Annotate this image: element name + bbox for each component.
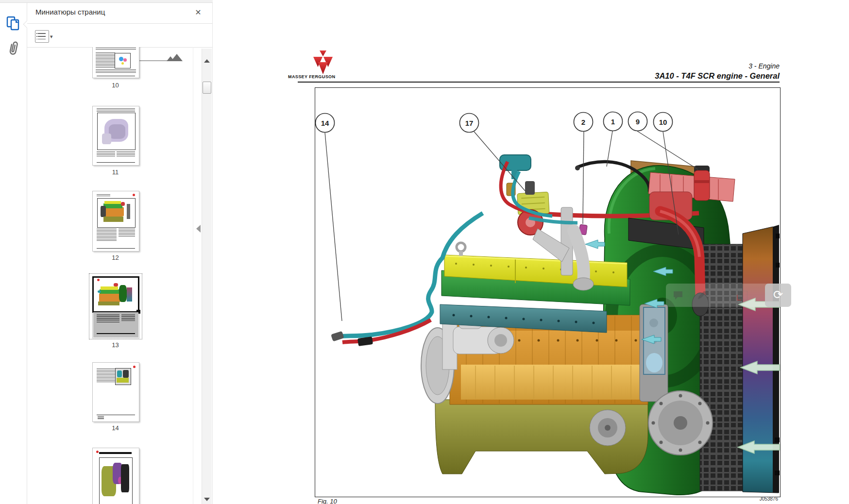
figure-caption: Fig. 10	[318, 498, 337, 504]
scrollbar-thumb[interactable]	[203, 82, 211, 94]
figure-callouts: 14 17 2 1 9 10	[316, 112, 673, 133]
figure-reference: J053876	[760, 496, 778, 502]
header-rule	[298, 82, 780, 83]
collapse-panel-button[interactable]	[196, 225, 201, 233]
thumbnail-list: 10 11	[27, 47, 212, 504]
thumbnail-page-15[interactable]	[92, 448, 139, 504]
thumbnail-page-14[interactable]	[92, 362, 139, 422]
callout-2: 2	[581, 118, 585, 126]
acrobat-window: Миниатюры страниц ✕ ▾	[0, 0, 849, 504]
callout-14: 14	[321, 119, 329, 127]
close-icon[interactable]: ✕	[192, 7, 204, 18]
document-area: MASSEY FERGUSON 3 - Engine 3A10 - T4F SC…	[213, 0, 849, 504]
scroll-down-icon[interactable]	[204, 498, 210, 501]
panel-header: Миниатюры страниц ✕	[27, 3, 212, 24]
refresh-icon: ⟳	[765, 284, 791, 307]
panel-toolbar: ▾	[27, 24, 212, 48]
section-header: 3A10 - T4F SCR engine - General	[655, 71, 780, 81]
list-divider	[193, 47, 193, 504]
thumbnail-label: 11	[92, 168, 138, 176]
page-thumbnails-icon[interactable]	[5, 16, 22, 32]
massey-ferguson-logo	[313, 50, 333, 77]
current-view-rectangle[interactable]	[92, 276, 139, 313]
callout-17: 17	[465, 119, 474, 127]
floating-toolbar: ⟳	[666, 284, 791, 307]
callout-10: 10	[659, 118, 667, 126]
thumbnail-label: 10	[92, 82, 138, 89]
thumbnail-page-10[interactable]	[92, 47, 139, 78]
thumbnails-panel: Миниатюры страниц ✕ ▾	[27, 3, 213, 504]
pencil-icon[interactable]	[696, 289, 708, 303]
thumbnail-label: 14	[92, 424, 138, 432]
chapter-header: 3 - Engine	[748, 62, 780, 70]
thumbnails-scrollbar[interactable]	[202, 49, 212, 504]
thumbnail-page-11[interactable]	[92, 106, 139, 166]
panel-title: Миниатюры страниц	[35, 8, 105, 16]
thumbnail-page-12[interactable]	[92, 191, 139, 252]
scroll-up-icon[interactable]	[204, 59, 210, 63]
thumbnail-label: 12	[92, 254, 138, 261]
navigation-rail	[0, 3, 27, 504]
chevron-down-icon[interactable]: ▾	[50, 34, 53, 40]
attachments-icon[interactable]	[5, 40, 22, 56]
thumbnail-label: 13	[92, 341, 138, 349]
comment-icon[interactable]	[672, 289, 684, 303]
snapshot-icon[interactable]	[739, 291, 747, 300]
refresh-button[interactable]: ⟳	[765, 284, 791, 307]
options-button[interactable]	[35, 30, 49, 43]
callout-1: 1	[611, 118, 615, 126]
thumbnail-page-13[interactable]	[92, 276, 139, 338]
thumbnail-masked-area	[93, 312, 138, 337]
callout-9: 9	[636, 118, 640, 126]
list-options-icon	[38, 33, 46, 39]
brand-name: MASSEY FERGUSON	[288, 74, 335, 79]
